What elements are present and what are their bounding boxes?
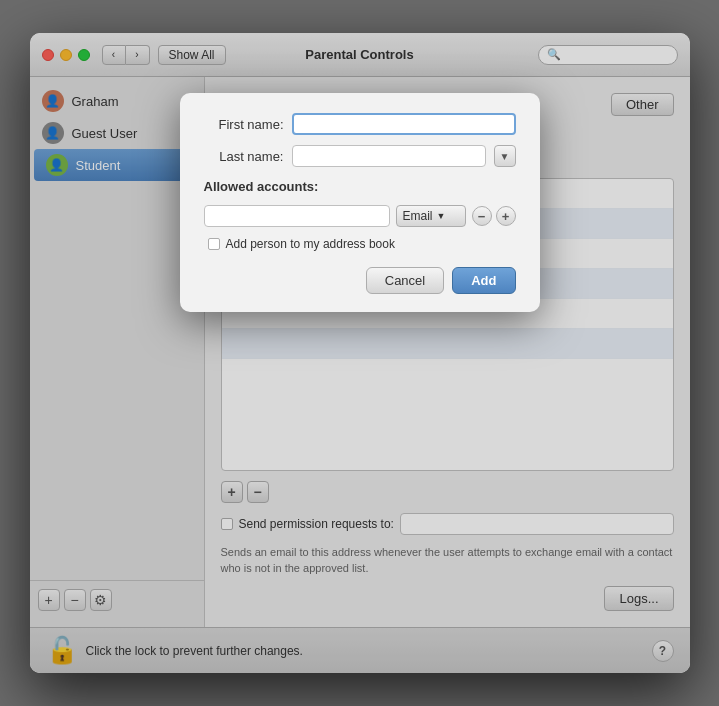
remove-account-button[interactable]: − (472, 206, 492, 226)
account-value-input[interactable] (204, 205, 390, 227)
cancel-button[interactable]: Cancel (366, 267, 444, 294)
add-person-dialog: First name: Last name: ▼ Allowed account… (180, 93, 540, 312)
email-type-chevron: ▼ (437, 211, 446, 221)
email-type-select[interactable]: Email ▼ (396, 205, 466, 227)
add-to-address-book-label: Add person to my address book (226, 237, 395, 251)
first-name-input[interactable] (292, 113, 516, 135)
last-name-label: Last name: (204, 149, 284, 164)
last-name-input[interactable] (292, 145, 486, 167)
add-button[interactable]: Add (452, 267, 515, 294)
allowed-accounts-label: Allowed accounts: (204, 179, 319, 194)
main-window: ‹ › Show All Parental Controls 🔍 👤 Graha… (30, 33, 690, 673)
account-input-row: Email ▼ − + (204, 205, 516, 227)
dialog-buttons: Cancel Add (204, 267, 516, 294)
dialog-overlay: First name: Last name: ▼ Allowed account… (30, 33, 690, 673)
allowed-accounts-section: Allowed accounts: (204, 177, 516, 195)
first-name-label: First name: (204, 117, 284, 132)
last-name-row: Last name: ▼ (204, 145, 516, 167)
email-type-label: Email (403, 209, 433, 223)
first-name-row: First name: (204, 113, 516, 135)
last-name-dropdown[interactable]: ▼ (494, 145, 516, 167)
account-add-remove-buttons: − + (472, 206, 516, 226)
add-to-address-book-checkbox[interactable] (208, 238, 220, 250)
add-to-address-book-row: Add person to my address book (204, 237, 516, 251)
add-account-button[interactable]: + (496, 206, 516, 226)
